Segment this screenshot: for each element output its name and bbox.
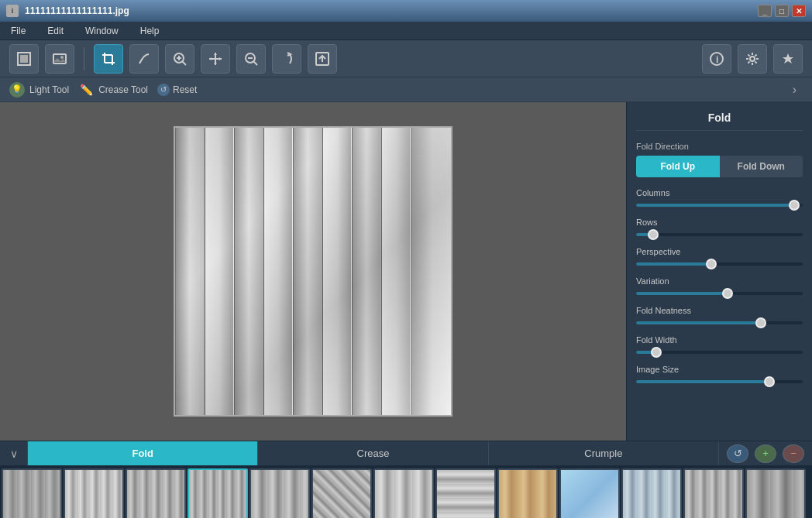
window-controls[interactable]: _ □ ✕ bbox=[758, 5, 806, 17]
light-tool-item[interactable]: 💡 Light Tool bbox=[9, 82, 69, 98]
redo-button[interactable] bbox=[272, 44, 301, 74]
window-title: 11111111111111111.jpg bbox=[25, 5, 129, 16]
perspective-track[interactable] bbox=[636, 262, 803, 266]
settings-tool-button[interactable] bbox=[738, 44, 767, 74]
export-button[interactable] bbox=[308, 44, 337, 74]
fold-strip-6 bbox=[322, 128, 352, 415]
fold-width-track[interactable] bbox=[636, 351, 803, 354]
image-size-thumb[interactable] bbox=[764, 376, 775, 387]
fold-strip-4 bbox=[263, 128, 293, 415]
perspective-thumb[interactable] bbox=[706, 259, 717, 269]
menu-window[interactable]: Window bbox=[81, 24, 123, 38]
tab-arrow-left[interactable]: ∨ bbox=[0, 441, 28, 465]
main-content: Fold Fold Direction Fold Up Fold Down Co… bbox=[0, 102, 812, 441]
columns-thumb[interactable] bbox=[789, 200, 800, 211]
canvas-tool-button[interactable] bbox=[9, 44, 39, 74]
crease-tool-label: Crease Tool bbox=[98, 84, 148, 95]
variation-fill bbox=[636, 292, 728, 295]
fold-up-button[interactable]: Fold Up bbox=[636, 156, 720, 177]
title-bar: i 11111111111111111.jpg _ □ ✕ bbox=[0, 0, 812, 22]
bottom-tabs: ∨ Fold Crease Crumple ↺ + − bbox=[0, 441, 812, 465]
menu-file[interactable]: File bbox=[6, 24, 30, 38]
rows-label: Rows bbox=[636, 218, 803, 227]
thumb-fold13[interactable]: Fold 13 bbox=[249, 468, 310, 518]
menu-edit[interactable]: Edit bbox=[43, 24, 68, 38]
thumb-fold15[interactable]: Fold 15 bbox=[373, 468, 434, 518]
minimize-button[interactable]: _ bbox=[758, 5, 772, 17]
columns-label: Columns bbox=[636, 188, 803, 197]
move-tool-button[interactable] bbox=[201, 44, 230, 74]
thumb-img-fold11 bbox=[126, 468, 186, 518]
variation-track[interactable] bbox=[636, 292, 803, 295]
thumb-img-fold10 bbox=[2, 468, 62, 518]
sub-toolbar-arrow[interactable]: › bbox=[793, 83, 797, 97]
tab-crease[interactable]: Crease bbox=[258, 441, 488, 465]
variation-thumb[interactable] bbox=[722, 288, 733, 299]
canvas-area bbox=[0, 102, 626, 441]
thumb-fold16[interactable]: Fold 16 bbox=[435, 468, 496, 518]
zoom-out-button[interactable] bbox=[236, 44, 266, 74]
tab-end-icons: ↺ + − bbox=[719, 444, 812, 463]
thumb-fold12[interactable]: Fold 12 bbox=[188, 468, 248, 518]
crease-tool-item[interactable]: ✏️ Crease Tool bbox=[78, 82, 148, 98]
svg-marker-15 bbox=[214, 63, 217, 65]
thumb-fold10[interactable]: Fold 10 bbox=[2, 468, 62, 518]
curve-tool-button[interactable] bbox=[129, 44, 159, 74]
remove-button[interactable]: − bbox=[783, 444, 804, 463]
fold-down-button[interactable]: Fold Down bbox=[720, 156, 803, 177]
add-button[interactable]: + bbox=[755, 444, 776, 463]
fold-neatness-thumb[interactable] bbox=[755, 317, 766, 328]
thumb-fold14[interactable]: Fold 14 bbox=[311, 468, 372, 518]
effects-tool-button[interactable] bbox=[773, 44, 803, 74]
thumb-img-fold11-crease bbox=[64, 468, 124, 518]
maximize-button[interactable]: □ bbox=[775, 5, 789, 17]
columns-section: Columns bbox=[636, 188, 803, 207]
fold-width-label: Fold Width bbox=[636, 335, 803, 345]
info-tool-button[interactable]: i bbox=[702, 44, 731, 74]
thumb-fold18[interactable]: Fold 18 BlueLights bbox=[559, 468, 620, 518]
panel-title: Fold bbox=[636, 111, 803, 131]
zoom-in-button[interactable] bbox=[165, 44, 194, 74]
fold-direction-label: Fold Direction bbox=[636, 142, 803, 151]
perspective-section: Perspective bbox=[636, 247, 803, 266]
reset-label: Reset bbox=[173, 84, 197, 95]
perspective-label: Perspective bbox=[636, 247, 803, 256]
crease-tool-icon: ✏️ bbox=[78, 82, 94, 98]
svg-marker-26 bbox=[783, 53, 793, 63]
photo-tool-button[interactable] bbox=[45, 44, 74, 74]
thumb-img-fold16 bbox=[435, 468, 496, 518]
reset-icon: ↺ bbox=[157, 84, 170, 96]
image-size-fill bbox=[636, 380, 769, 383]
fold-direction-buttons: Fold Up Fold Down bbox=[636, 156, 803, 177]
thumb-fold19-blue[interactable]: Fold 19 BlueShadow bbox=[621, 468, 682, 518]
thumb-fold11-crease[interactable]: Fold 11CreaseTool bbox=[64, 468, 124, 518]
svg-point-3 bbox=[60, 56, 64, 59]
rows-track[interactable] bbox=[636, 233, 803, 236]
reset-item[interactable]: ↺ Reset bbox=[157, 84, 197, 96]
columns-track[interactable] bbox=[636, 204, 803, 207]
thumb-img-fold18 bbox=[559, 468, 620, 518]
main-toolbar: i bbox=[0, 40, 812, 77]
variation-section: Variation bbox=[636, 276, 803, 295]
fold-neatness-track[interactable] bbox=[636, 321, 803, 324]
thumb-fold20[interactable]: Fold 20 Lines bbox=[745, 468, 806, 518]
svg-rect-1 bbox=[20, 55, 28, 63]
thumb-fold17[interactable]: Fold 17 OrangeLight bbox=[497, 468, 558, 518]
fold-neatness-section: Fold Neatness bbox=[636, 306, 803, 324]
tab-fold[interactable]: Fold bbox=[28, 441, 258, 465]
thumbnails-strip: Fold 10 Fold 11CreaseTool Fold 11 Fold 1… bbox=[0, 465, 812, 518]
image-size-track[interactable] bbox=[636, 380, 803, 383]
sub-toolbar: 💡 Light Tool ✏️ Crease Tool ↺ Reset › bbox=[0, 77, 812, 102]
svg-line-9 bbox=[182, 61, 186, 65]
thumb-fold11[interactable]: Fold 11 bbox=[126, 468, 186, 518]
rows-section: Rows bbox=[636, 218, 803, 236]
menu-help[interactable]: Help bbox=[136, 24, 164, 38]
svg-line-19 bbox=[253, 61, 257, 65]
rows-thumb[interactable] bbox=[648, 229, 659, 240]
tab-crumple[interactable]: Crumple bbox=[489, 441, 719, 465]
crop-tool-button[interactable] bbox=[94, 44, 123, 74]
fold-width-thumb[interactable] bbox=[651, 347, 662, 358]
thumb-fold19[interactable]: Fold 19 bbox=[683, 468, 744, 518]
close-button[interactable]: ✕ bbox=[792, 5, 806, 17]
refresh-button[interactable]: ↺ bbox=[727, 444, 748, 463]
